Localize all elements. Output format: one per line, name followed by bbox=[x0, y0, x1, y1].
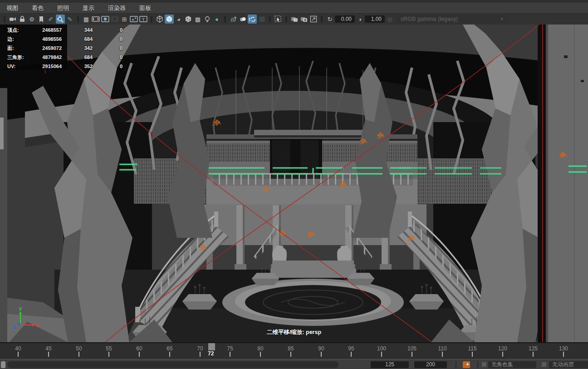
multisample-icon[interactable] bbox=[257, 15, 266, 24]
menu-shading[interactable]: 着色 bbox=[32, 4, 44, 12]
viewport-menu-bar: 视图 着色 照明 显示 渲染器 面板 bbox=[0, 0, 588, 14]
toolbar-separator bbox=[224, 16, 226, 23]
character-set-dropdown[interactable]: 无角色集 bbox=[488, 361, 536, 368]
toolbar-separator bbox=[77, 16, 79, 23]
tick-mark bbox=[260, 352, 261, 357]
rangebar-separator bbox=[477, 361, 478, 368]
menu-lighting[interactable]: 照明 bbox=[57, 4, 69, 12]
select-camera-button[interactable] bbox=[8, 15, 17, 24]
depth-of-field-icon[interactable] bbox=[238, 15, 247, 24]
axis-z-label: z bbox=[14, 325, 16, 330]
hud-row-faces: 面:24590723420 bbox=[7, 44, 122, 53]
toolbar-separator bbox=[269, 16, 271, 23]
current-frame-label: 72 bbox=[208, 350, 214, 357]
tick-mark bbox=[533, 352, 534, 357]
contrast-toggle-icon[interactable]: ◑ bbox=[355, 15, 364, 24]
playback-end-field[interactable]: 125 bbox=[371, 361, 409, 368]
grease-pencil-icon[interactable]: ✎ bbox=[65, 15, 74, 24]
lock-camera-button[interactable] bbox=[18, 15, 27, 24]
menu-view[interactable]: 视图 bbox=[6, 4, 18, 12]
camera-status-label: 二维平移/缩放: persp bbox=[267, 329, 321, 336]
gate-mask-icon[interactable] bbox=[110, 15, 119, 24]
tick-mark bbox=[472, 352, 473, 357]
field-chart-icon[interactable]: ⊞ bbox=[120, 15, 129, 24]
xray-joints-icon[interactable] bbox=[299, 15, 309, 24]
xray-active-icon[interactable] bbox=[309, 15, 318, 24]
tick-mark bbox=[381, 352, 382, 357]
maya-window: 视图 着色 照明 显示 渲染器 面板 ⚙ ✐ ✎ ▦ bbox=[0, 0, 588, 369]
isolate-select-icon[interactable] bbox=[274, 15, 283, 24]
default-light-icon[interactable]: ● bbox=[212, 15, 221, 24]
gamma-icon: ◎ bbox=[385, 15, 394, 24]
chevron-down-icon: ▼ bbox=[500, 15, 504, 23]
menu-show[interactable]: 显示 bbox=[83, 4, 94, 12]
toolbar-separator bbox=[321, 16, 323, 23]
tick-mark bbox=[563, 352, 564, 357]
grid-toggle-icon[interactable]: ▦ bbox=[82, 15, 91, 24]
tick-mark bbox=[412, 352, 412, 357]
flat-shade-mode-icon[interactable]: ◕ bbox=[174, 15, 183, 24]
axis-x-label: x bbox=[36, 322, 39, 328]
rangebar-separator bbox=[456, 361, 456, 368]
hud-row-triangles: 三角形:48798426840 bbox=[7, 53, 122, 62]
exposure-toggle-icon[interactable]: ↻ bbox=[325, 15, 334, 24]
scene-canvas[interactable]: y x z bbox=[0, 25, 588, 342]
resolution-gate-icon[interactable] bbox=[101, 15, 110, 24]
tick-mark bbox=[48, 352, 49, 357]
tick-mark bbox=[18, 352, 19, 357]
tick-mark bbox=[139, 352, 140, 357]
wireframe-mode-icon[interactable] bbox=[155, 15, 164, 24]
safe-action-icon[interactable] bbox=[129, 15, 138, 24]
tick-mark bbox=[442, 352, 443, 357]
exposure-field[interactable]: 0.00 bbox=[335, 15, 355, 23]
tick-mark bbox=[169, 352, 170, 357]
hud-row-edges: 边:48985566840 bbox=[7, 34, 122, 44]
tick-mark bbox=[108, 352, 109, 357]
pan-zoom-2d-button[interactable] bbox=[56, 15, 65, 24]
fog-toggle-icon[interactable] bbox=[229, 15, 238, 24]
bookmark-icon[interactable] bbox=[37, 15, 46, 24]
axis-y-label: y bbox=[19, 305, 22, 311]
motion-blur-icon[interactable] bbox=[248, 15, 257, 24]
range-slider-bar: 125 200 + 无角色集 无动画层 bbox=[0, 359, 588, 369]
use-all-lights-icon[interactable]: ▩ bbox=[193, 15, 202, 24]
tick-mark bbox=[351, 352, 352, 357]
textured-mode-icon[interactable] bbox=[184, 15, 193, 24]
tick-mark bbox=[78, 352, 79, 357]
toolbar-separator bbox=[285, 16, 287, 23]
tick-mark bbox=[230, 352, 230, 357]
time-slider[interactable]: 40 45 50 55 60 65 70 75 80 85 90 95 100 … bbox=[0, 342, 588, 359]
safe-title-icon[interactable]: T bbox=[139, 15, 148, 24]
toolbar-separator bbox=[151, 16, 152, 23]
perspective-viewport[interactable]: y x z 顶点:24685573440 边:48985566840 面:245… bbox=[0, 25, 588, 342]
light-bulb-icon[interactable] bbox=[203, 15, 212, 24]
xray-icon[interactable] bbox=[290, 15, 299, 24]
menu-renderer[interactable]: 渲染器 bbox=[108, 4, 126, 12]
range-slider-track[interactable] bbox=[7, 361, 338, 368]
character-set-icon[interactable] bbox=[482, 362, 486, 367]
anim-layer-dropdown[interactable]: 无动画层 bbox=[549, 361, 588, 368]
hud-row-vertices: 顶点:24685573440 bbox=[7, 25, 122, 34]
viewport-toolbar: ⚙ ✐ ✎ ▦ ⊞ T ◕ bbox=[0, 14, 588, 25]
film-gate-icon[interactable] bbox=[91, 15, 100, 24]
toolbar-grip[interactable] bbox=[4, 16, 5, 23]
near-wall-left bbox=[0, 88, 7, 342]
range-start-handle[interactable] bbox=[1, 361, 5, 368]
camera-attributes-icon[interactable]: ⚙ bbox=[27, 15, 36, 24]
tick-mark bbox=[321, 352, 322, 357]
anim-layer-icon[interactable] bbox=[542, 362, 546, 367]
pan-tool-icon[interactable]: ✐ bbox=[46, 15, 55, 24]
animation-end-field[interactable]: 200 bbox=[414, 361, 447, 368]
svg-text:T: T bbox=[142, 17, 145, 22]
hud-row-uvs: UV:29150643520 bbox=[7, 62, 122, 71]
colorspace-value: sRGB gamma (legacy) bbox=[401, 15, 458, 23]
near-wall-right bbox=[538, 25, 588, 342]
tick-mark bbox=[200, 352, 201, 357]
menu-panels[interactable]: 面板 bbox=[139, 4, 151, 12]
current-frame-marker[interactable] bbox=[208, 343, 215, 350]
set-key-icon[interactable]: + bbox=[463, 361, 470, 368]
colorspace-dropdown[interactable]: sRGB gamma (legacy) ▼ bbox=[397, 15, 508, 23]
tick-mark bbox=[290, 352, 291, 357]
contrast-field[interactable]: 1.00 bbox=[365, 15, 385, 23]
smooth-shade-mode-icon[interactable] bbox=[165, 15, 174, 24]
